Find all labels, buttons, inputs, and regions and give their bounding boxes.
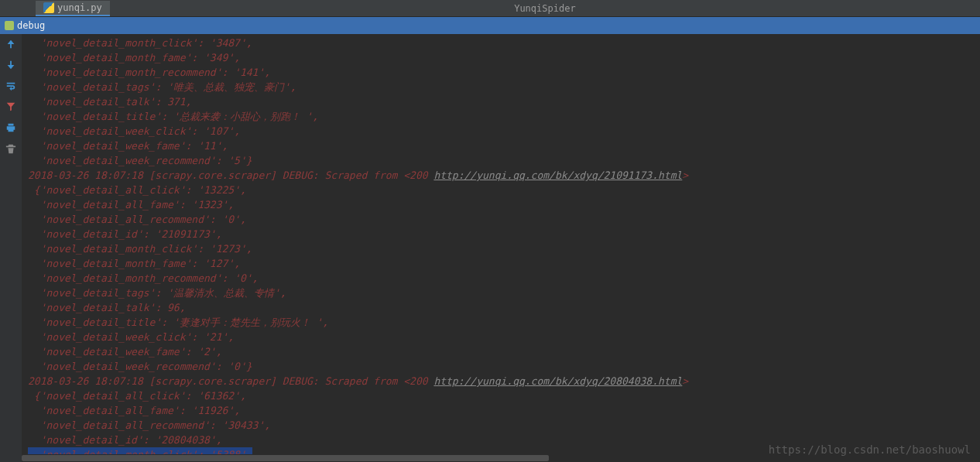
main-area: 'novel_detail_month_click': '3487', 'nov… xyxy=(0,34,980,462)
console-output[interactable]: 'novel_detail_month_click': '3487', 'nov… xyxy=(22,34,980,462)
breadcrumb: debug xyxy=(0,17,980,34)
filter-icon[interactable] xyxy=(5,101,16,115)
print-icon[interactable] xyxy=(5,122,16,135)
watermark: https://blog.csdn.net/baoshuowl xyxy=(769,443,971,456)
tab-file[interactable]: yunqi.py xyxy=(36,1,110,16)
wrap-icon[interactable] xyxy=(5,80,16,94)
trash-icon[interactable] xyxy=(5,143,16,156)
gutter xyxy=(0,34,22,462)
breadcrumb-label: debug xyxy=(17,20,45,31)
debug-icon xyxy=(5,21,14,30)
tab-bar: yunqi.py YunqiSpider xyxy=(0,0,980,17)
python-file-icon xyxy=(43,2,54,13)
tab-title-center: YunqiSpider xyxy=(110,3,980,14)
scrollbar-thumb[interactable] xyxy=(22,455,549,461)
tab-label: yunqi.py xyxy=(57,2,102,13)
arrow-up-icon[interactable] xyxy=(5,39,16,52)
arrow-down-icon[interactable] xyxy=(5,60,16,73)
